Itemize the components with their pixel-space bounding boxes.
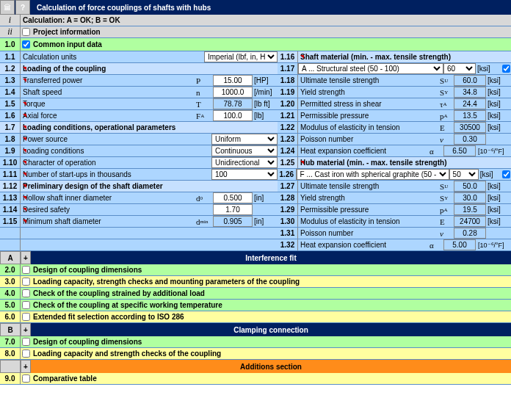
val-1-32: 5.00: [443, 239, 476, 250]
lbl-1-27: Ultimate tensile strength: [298, 181, 438, 192]
rn-1-32: 1.32: [278, 239, 298, 250]
sel-1-26[interactable]: F ... Cast iron with spherical graphite …: [297, 169, 449, 180]
lbl-1-8: Power source: [21, 134, 211, 145]
sel-1-10[interactable]: Unidirectional: [211, 157, 278, 168]
common-input-label: Common input data: [31, 38, 511, 51]
u-1-17: [ksi]: [476, 63, 501, 74]
u-1-29: [ksi]: [486, 204, 511, 215]
val-1-3[interactable]: [213, 75, 253, 86]
lbl-1-16: Shaft material (min. - max. tensile stre…: [298, 51, 511, 62]
sym-1-23: ν: [438, 134, 454, 145]
rn-1-9: 1.9: [0, 145, 21, 156]
val-1-23: 0.30: [454, 134, 486, 145]
rn-1-7: 1.7: [0, 122, 21, 133]
rn-9-0: 9.0: [0, 373, 21, 384]
app-icon[interactable]: 🏛: [0, 0, 15, 15]
u-1-30: [ksi]: [486, 216, 511, 227]
sel-1-11[interactable]: 100: [211, 169, 278, 180]
val-1-4[interactable]: [213, 87, 253, 98]
common-input-check[interactable]: [21, 38, 31, 51]
lbl-1-25: Hub material (min. - max. tensile streng…: [298, 157, 511, 168]
sect-B: B: [0, 323, 21, 336]
rn-1-24: 1.24: [278, 145, 298, 156]
row-ii: ii: [0, 26, 21, 37]
chk-4-0[interactable]: [21, 288, 31, 299]
lbl-1-12: Preliminary design of the shaft diameter: [21, 181, 278, 192]
rn-1-17: 1.17: [278, 63, 298, 74]
sel-1-9[interactable]: Continuous: [211, 145, 278, 156]
u-1-22: [ksi]: [486, 122, 511, 133]
expand-B[interactable]: +: [21, 323, 31, 336]
sel-1-8[interactable]: Uniform: [211, 134, 278, 145]
rn-1-1: 1.1: [0, 51, 21, 62]
rn-1-4: 1.4: [0, 87, 21, 98]
proj-info-check[interactable]: [21, 26, 31, 37]
u-1-26: [ksi]: [479, 169, 501, 180]
val-1-14[interactable]: [213, 204, 253, 215]
val-1-15: 0.905: [213, 216, 253, 227]
rn-1-11: 1.11: [0, 169, 21, 180]
lbl-1-11: Number of start-ups in thousands: [21, 169, 211, 180]
help-icon[interactable]: ?: [15, 0, 30, 15]
rn-2-0: 2.0: [0, 264, 21, 275]
rn-7-0: 7.0: [0, 336, 21, 347]
val-1-13[interactable]: [213, 192, 253, 203]
lbl-1-15: Minimum shaft diameter: [21, 216, 194, 227]
rn-1-18: 1.18: [278, 75, 298, 86]
chk-1-17[interactable]: [501, 63, 511, 74]
rn-1-15: 1.15: [0, 216, 21, 227]
lbl-1-5: Torque: [21, 98, 194, 109]
lbl-7-0: Design of coupling dimensions: [31, 336, 511, 347]
chk-7-0[interactable]: [21, 336, 31, 347]
val-1-31: 0.28: [454, 228, 486, 239]
rn-1-3: 1.3: [0, 75, 21, 86]
chk-3-0[interactable]: [21, 276, 31, 287]
chk-6-0[interactable]: [21, 311, 31, 322]
lbl-1-22: Modulus of elasticity in tension: [298, 122, 438, 133]
expand-Add[interactable]: +: [21, 360, 31, 373]
rn-1-28: 1.28: [278, 192, 298, 203]
row-i: i: [0, 15, 21, 26]
rn-1-6: 1.6: [0, 110, 21, 121]
lbl-1-3: Transferred power: [21, 75, 194, 86]
lbl-3-0: Loading capacity, strength checks and mo…: [31, 276, 511, 287]
rn-1-2: 1.2: [0, 63, 21, 74]
sect-A: A: [0, 251, 21, 264]
u-1-18: [ksi]: [486, 75, 511, 86]
val-1-19: 34.8: [454, 87, 486, 98]
chk-5-0[interactable]: [21, 300, 31, 311]
u-1-27: [ksi]: [486, 181, 511, 192]
units-select[interactable]: Imperial (lbf, in, HP..): [204, 51, 278, 62]
val-1-20: 24.4: [454, 98, 486, 109]
rn-1-27: 1.27: [278, 181, 298, 192]
lbl-1-23: Poisson number: [298, 134, 438, 145]
rn-1-10: 1.10: [0, 157, 21, 168]
rn-1-20: 1.20: [278, 98, 298, 109]
chk-8-0[interactable]: [21, 348, 31, 359]
rn-1-12: 1.12: [0, 181, 21, 192]
rn-4-0: 4.0: [0, 288, 21, 299]
title-bar: 🏛 ? Calculation of force couplings of sh…: [0, 0, 511, 15]
val-1-26[interactable]: 50: [449, 169, 479, 180]
sym-1-29: pA: [438, 204, 454, 215]
chk-1-26[interactable]: [501, 169, 511, 180]
expand-A[interactable]: +: [21, 251, 31, 264]
sym-1-20: τA: [438, 98, 454, 109]
lbl-1-7: Loading conditions, operational paramete…: [21, 122, 278, 133]
lbl-1-14: Desired safety: [21, 204, 194, 215]
chk-9-0[interactable]: [21, 373, 31, 384]
u-1-21: [ksi]: [486, 110, 511, 121]
sym-1-27: SU: [438, 181, 454, 192]
lbl-5-0: Check of the coupling at specific workin…: [31, 300, 511, 311]
u-1-3: [HP]: [253, 75, 278, 86]
rn-1-5: 1.5: [0, 98, 21, 109]
val-1-17[interactable]: 60: [443, 63, 476, 74]
chk-2-0[interactable]: [21, 264, 31, 275]
val-1-27: 50.0: [454, 181, 486, 192]
val-1-6[interactable]: [213, 110, 253, 121]
sym-1-22: E: [438, 122, 454, 133]
sel-1-17[interactable]: A ... Structural steel (50 - 100): [298, 63, 443, 74]
lbl-1-10: Character of operation: [21, 157, 211, 168]
lbl-1-19: Yield strength: [298, 87, 438, 98]
sym-1-21: pA: [438, 110, 454, 121]
